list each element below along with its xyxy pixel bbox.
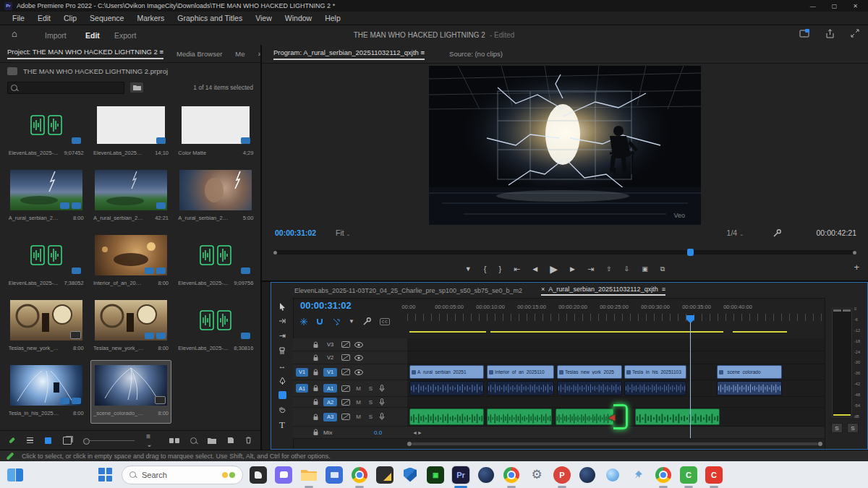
blue-app-icon[interactable]: [326, 466, 343, 484]
mix-level-value[interactable]: 0.0: [374, 429, 382, 436]
program-timecode[interactable]: 00:00:31:02: [275, 228, 316, 237]
mic-icon[interactable]: [379, 385, 385, 393]
lock-icon[interactable]: [312, 414, 319, 421]
video-clip[interactable]: Interior_of_an_2025110: [487, 365, 554, 379]
settings-wrench-icon[interactable]: [773, 229, 781, 237]
video-clip[interactable]: _scene_colorado: [717, 365, 782, 379]
sync-lock-icon[interactable]: [341, 369, 350, 375]
chrome-icon[interactable]: [351, 466, 368, 484]
tab-program[interactable]: Program: A_rural_serbian_202511032112_qx…: [273, 48, 425, 60]
pen-tool[interactable]: [279, 377, 286, 385]
mic-icon[interactable]: [379, 398, 385, 406]
video-clip[interactable]: Teslas_new_york_2025: [557, 365, 622, 379]
menu-file[interactable]: File: [6, 14, 31, 22]
lock-icon[interactable]: [312, 341, 319, 348]
patreon-app-icon[interactable]: P: [553, 466, 571, 484]
music-clip[interactable]: [487, 408, 552, 425]
lock-icon[interactable]: [312, 369, 319, 376]
track-lane-v2[interactable]: [407, 351, 825, 364]
tab-project[interactable]: Project: THE MAN WHO HACKED LIGHTNING 2 …: [7, 48, 163, 59]
solo-left-button[interactable]: S: [831, 423, 843, 433]
time-ruler[interactable]: 00:00 00:00:05:00 00:00:10:00 00:00:15:0…: [407, 301, 825, 328]
playback-resolution-dropdown[interactable]: 1/4 ⌄: [727, 228, 744, 237]
audio-clip-selected[interactable]: [717, 381, 782, 395]
menu-graphics[interactable]: Graphics and Titles: [171, 14, 249, 22]
project-item[interactable]: A_rural_serbian_2025...5:00: [176, 165, 256, 228]
keyframe-nav-icon[interactable]: ◄►: [412, 430, 422, 435]
bin-filter-button[interactable]: [130, 82, 143, 93]
sync-lock-icon[interactable]: [341, 414, 350, 420]
selection-tool[interactable]: [278, 302, 286, 311]
play-button[interactable]: ▶: [550, 263, 558, 275]
comparison-view-icon[interactable]: ⧉: [660, 265, 665, 273]
red-c-app-icon[interactable]: C: [705, 466, 723, 484]
windows-security-icon[interactable]: [401, 466, 419, 484]
project-item[interactable]: ElevenLabs_2025-11-...14;10: [90, 100, 171, 163]
track-lane-v3[interactable]: [407, 338, 825, 351]
mute-button[interactable]: M: [354, 399, 362, 406]
tab-media-browser[interactable]: Media Browser: [176, 50, 222, 58]
menu-clip[interactable]: Clip: [57, 14, 83, 22]
type-tool[interactable]: T: [279, 419, 285, 431]
project-item[interactable]: Teslas_new_york_202...8:00: [6, 295, 86, 359]
close-button[interactable]: ✕: [853, 3, 858, 9]
chrome-icon-2[interactable]: [655, 466, 672, 484]
project-item[interactable]: ElevenLabs_2025-...7;38052: [6, 230, 86, 294]
menu-edit[interactable]: Edit: [31, 14, 57, 22]
track-header-a2[interactable]: A2 M S: [293, 397, 407, 408]
menu-window[interactable]: Window: [278, 14, 318, 22]
track-header-a1[interactable]: A1 A1 M S: [293, 380, 407, 397]
track-lane-a1[interactable]: [407, 380, 825, 397]
snipping-tool-icon[interactable]: [250, 466, 267, 484]
menu-sequence[interactable]: Sequence: [83, 14, 130, 22]
share-icon[interactable]: [825, 29, 835, 38]
solo-right-button[interactable]: S: [847, 423, 859, 433]
project-item-selected[interactable]: _scene_colorado_2025...8:00: [90, 360, 171, 424]
camtasia-icon[interactable]: C: [680, 466, 697, 484]
track-header-mix[interactable]: Mix 0.0 ◄►: [293, 427, 825, 439]
lock-icon[interactable]: [312, 354, 319, 361]
dark-orb-app-icon[interactable]: [477, 466, 495, 484]
notes-app-icon[interactable]: [376, 466, 393, 484]
program-scrubber[interactable]: [273, 248, 856, 257]
search-input[interactable]: [7, 82, 124, 94]
goto-out-icon[interactable]: ⇥: [587, 265, 594, 274]
lock-icon[interactable]: [312, 398, 319, 406]
icon-view-icon[interactable]: [45, 437, 51, 444]
green-meeting-app-icon[interactable]: ▣: [427, 466, 444, 484]
taskbar-search-input[interactable]: Search: [122, 466, 243, 484]
nest-toggle-icon[interactable]: [300, 318, 307, 325]
file-explorer-icon[interactable]: [300, 466, 318, 484]
timeline-marker-icon[interactable]: ▼: [349, 318, 354, 325]
menu-view[interactable]: View: [249, 14, 278, 22]
chat-app-icon[interactable]: [275, 466, 292, 484]
mark-in-icon[interactable]: {: [484, 265, 487, 273]
track-output-eye-icon[interactable]: [354, 369, 363, 375]
project-item[interactable]: A_rural_serbian_202...42:21: [90, 165, 171, 228]
mode-import[interactable]: Import: [45, 25, 67, 45]
dark-orb-app-icon-2[interactable]: [579, 466, 596, 484]
audio-clip[interactable]: [624, 381, 686, 395]
minimize-button[interactable]: —: [810, 3, 816, 9]
video-clip[interactable]: Tesla_in_his_20251103: [624, 365, 686, 379]
track-select-tool[interactable]: [278, 317, 286, 325]
track-header-v1[interactable]: V1 V1: [293, 364, 407, 380]
hand-tool[interactable]: [278, 406, 286, 413]
project-breadcrumb[interactable]: THE MAN WHO HACKED LIGHTNING 2.prproj: [0, 63, 260, 79]
slip-tool[interactable]: ↔: [278, 361, 286, 370]
mute-button[interactable]: M: [354, 414, 362, 420]
project-item[interactable]: ElevenLabs_2025-...8;30816: [176, 295, 256, 359]
copilot-icon[interactable]: [604, 466, 621, 484]
lock-icon[interactable]: [312, 429, 319, 436]
tab-source[interactable]: Source: (no clips): [449, 50, 503, 58]
settings-gear-icon[interactable]: ⚙: [528, 466, 545, 484]
button-editor-plus-icon[interactable]: +: [854, 262, 859, 273]
project-item[interactable]: ElevenLabs_2025-...9;09756: [176, 230, 256, 294]
step-forward-icon[interactable]: ▶: [570, 265, 575, 273]
timeline-hscrollbar[interactable]: [407, 441, 822, 447]
audio-clip[interactable]: [557, 381, 622, 395]
program-playhead[interactable]: [687, 249, 694, 256]
snap-magnet-icon[interactable]: [316, 318, 323, 325]
sort-icon[interactable]: ≡ ⌄: [146, 432, 158, 448]
list-view-icon[interactable]: [27, 437, 33, 444]
